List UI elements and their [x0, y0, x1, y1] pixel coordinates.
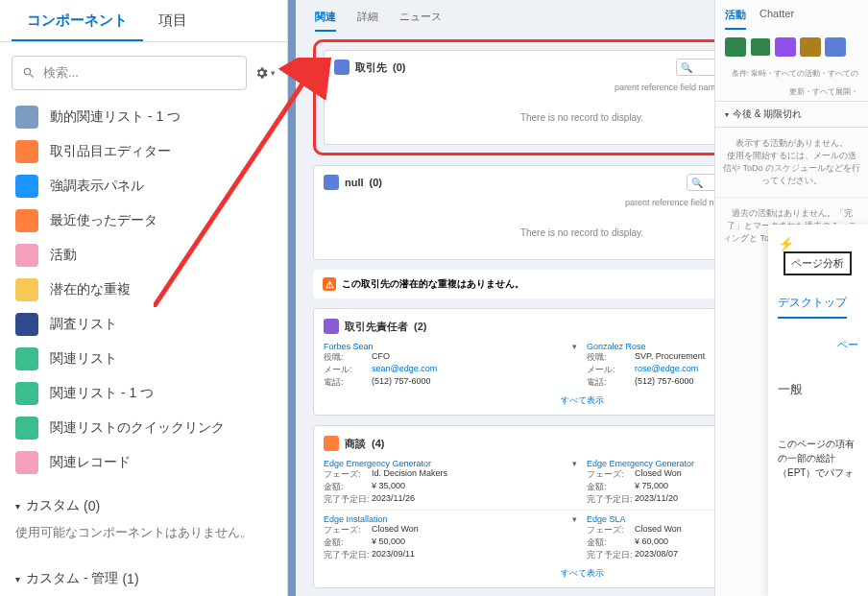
bolt-icon: ⚡ — [778, 236, 794, 251]
component-icon — [15, 347, 38, 370]
activity-btn-2[interactable] — [750, 37, 771, 57]
component-label: 潜在的な重複 — [50, 281, 131, 298]
show-all-link[interactable]: すべて表示 — [561, 568, 604, 578]
section-custom[interactable]: ▾カスタム(0) — [0, 484, 287, 520]
search-input[interactable]: 検索... — [12, 56, 247, 90]
opportunity-icon — [324, 436, 339, 451]
card-title: 取引先 — [355, 60, 387, 75]
opp-link[interactable]: Edge Emergency Generator — [324, 459, 431, 468]
component-item[interactable]: 取引品目エディター — [6, 134, 281, 169]
desktop-tab[interactable]: デスクトップ — [778, 295, 847, 319]
component-item[interactable]: 潜在的な重複 — [6, 273, 281, 307]
component-item[interactable]: 動的関連リスト - 1 つ — [6, 100, 281, 134]
account-icon — [334, 60, 350, 75]
component-item[interactable]: 関連リストのクイックリンク — [6, 411, 281, 445]
component-icon — [15, 417, 38, 440]
contact-icon — [324, 319, 339, 334]
section-custom-managed[interactable]: ▾カスタム - 管理(1) — [0, 557, 287, 593]
component-label: 関連リストのクイックリンク — [50, 419, 225, 437]
tab-activity[interactable]: 活動 — [725, 8, 746, 30]
opp-link[interactable]: Edge Emergency Generator — [587, 459, 694, 468]
page-analysis-title[interactable]: ページ分析 — [784, 251, 852, 275]
activity-btn-4[interactable] — [800, 37, 821, 57]
contact-link[interactable]: Gonzalez Rose — [587, 342, 646, 351]
component-label: 関連リスト - 1 つ — [50, 385, 154, 402]
component-item[interactable]: 調査リスト — [6, 307, 281, 342]
component-label: 強調表示パネル — [50, 178, 144, 195]
card-title: 取引先責任者 — [345, 320, 408, 334]
component-label: 関連リスト — [50, 350, 117, 368]
component-icon — [15, 382, 38, 405]
component-icon — [15, 209, 38, 232]
search-placeholder: 検索... — [43, 64, 79, 82]
component-label: 取引品目エディター — [50, 143, 171, 160]
component-label: 関連レコード — [50, 454, 131, 471]
activity-btn-1[interactable] — [725, 37, 746, 57]
component-item[interactable]: 最近使ったデータ — [6, 203, 281, 238]
no-activity-msg: 表示する活動がありません。 使用を開始するには、メールの送信や ToDo のスケ… — [715, 128, 868, 197]
subtab-related[interactable]: 関連 — [315, 10, 336, 32]
page-analysis-panel: ⚡ページ分析 デスクトップ ペー 一般 このページの項有の一部の総計（EPT）で… — [768, 225, 868, 596]
activity-filter: 条件: 常時・すべての活動・すべての — [715, 64, 868, 83]
activity-refresh[interactable]: 更新・すべて展開・ — [715, 83, 868, 101]
component-item[interactable]: 関連リスト — [6, 342, 281, 376]
null-icon — [324, 175, 339, 190]
component-icon — [15, 278, 38, 301]
card-title: null — [345, 177, 364, 188]
component-list: 動的関連リスト - 1 つ取引品目エディター強調表示パネル最近使ったデータ活動潜… — [0, 100, 287, 484]
sidebar-tabs: コンポーネント 項目 — [0, 0, 287, 42]
component-label: 最近使ったデータ — [50, 212, 157, 229]
show-all-link[interactable]: すべて表示 — [561, 395, 604, 405]
opp-link[interactable]: Edge SLA — [587, 514, 626, 524]
row-menu-icon[interactable]: ▾ — [572, 459, 577, 468]
no-components-msg: 使用可能なコンポーネントはありません。 — [0, 520, 287, 557]
page-link[interactable]: ペー — [778, 338, 858, 352]
tab-chatter[interactable]: Chatter — [760, 8, 794, 30]
search-icon — [22, 66, 36, 80]
subtab-detail[interactable]: 詳細 — [357, 10, 378, 32]
opp-link[interactable]: Edge Installation — [324, 514, 388, 524]
component-item[interactable]: 関連リスト - 1 つ — [6, 376, 281, 411]
row-menu-icon[interactable]: ▾ — [572, 342, 577, 351]
row-menu-icon[interactable]: ▾ — [572, 514, 577, 524]
component-icon — [15, 451, 38, 474]
component-item[interactable]: 活動 — [6, 238, 281, 273]
contact-link[interactable]: Forbes Sean — [324, 342, 374, 351]
warning-icon: ⚠ — [323, 277, 336, 291]
component-item[interactable]: 強調表示パネル — [6, 169, 281, 203]
prf-label: parent reference field name — [615, 83, 720, 92]
component-icon — [15, 175, 38, 198]
component-label: 調査リスト — [50, 316, 117, 333]
component-icon — [15, 313, 38, 336]
component-icon — [15, 244, 38, 267]
component-label: 動的関連リスト - 1 つ — [50, 108, 181, 126]
tab-components[interactable]: コンポーネント — [12, 0, 143, 41]
component-icon — [15, 140, 38, 163]
upcoming-section[interactable]: ▾今後 & 期限切れ — [715, 101, 868, 128]
general-paragraph: このページの項有の一部の総計（EPT）でパフォ — [778, 437, 858, 480]
general-heading: 一般 — [778, 381, 858, 398]
subtab-news[interactable]: ニュース — [399, 10, 442, 32]
activity-btn-5[interactable] — [825, 37, 846, 57]
component-icon — [15, 106, 38, 129]
component-label: 活動 — [50, 247, 77, 264]
gear-icon[interactable]: ▾ — [254, 62, 276, 83]
card-title: 商談 — [345, 437, 366, 451]
tab-fields[interactable]: 項目 — [143, 0, 203, 41]
component-item[interactable]: 関連レコード — [6, 445, 281, 480]
activity-btn-3[interactable] — [775, 37, 796, 57]
